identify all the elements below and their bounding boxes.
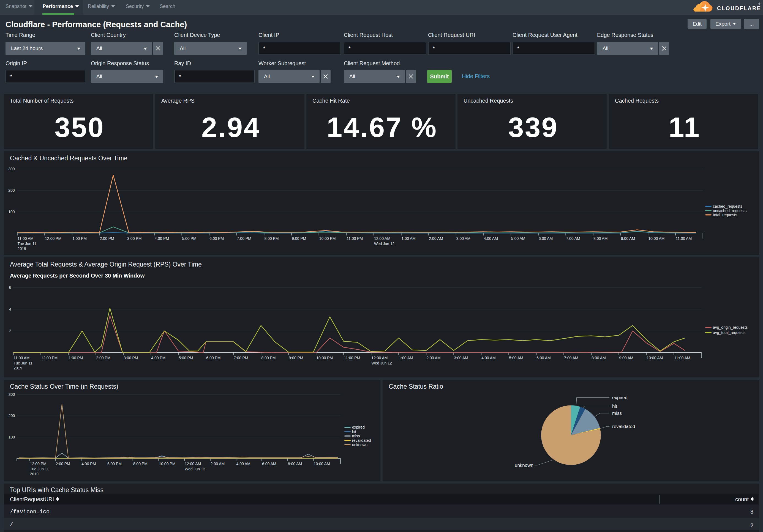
svg-text:3:00 PM: 3:00 PM bbox=[127, 236, 142, 241]
svg-text:Wed Jun 12: Wed Jun 12 bbox=[374, 241, 395, 246]
svg-text:avg_total_requests: avg_total_requests bbox=[713, 330, 745, 335]
svg-text:200: 200 bbox=[9, 413, 15, 418]
svg-text:100: 100 bbox=[8, 210, 15, 214]
svg-text:7:00 AM: 7:00 AM bbox=[566, 236, 580, 241]
svg-text:2019: 2019 bbox=[30, 472, 39, 476]
svg-text:1:00 PM: 1:00 PM bbox=[68, 356, 83, 360]
svg-text:300: 300 bbox=[8, 167, 15, 171]
svg-text:5:00 AM: 5:00 AM bbox=[511, 236, 525, 241]
svg-text:12:00 PM: 12:00 PM bbox=[41, 356, 57, 360]
svg-text:CLOUDFLARE: CLOUDFLARE bbox=[717, 5, 761, 11]
svg-text:10:00 PM: 10:00 PM bbox=[159, 462, 175, 466]
svg-text:2:00 AM: 2:00 AM bbox=[211, 462, 225, 466]
svg-text:4: 4 bbox=[9, 307, 11, 311]
svg-text:8:00 AM: 8:00 AM bbox=[594, 236, 607, 241]
svg-text:11:00 AM: 11:00 AM bbox=[18, 236, 34, 241]
svg-text:4:00 PM: 4:00 PM bbox=[81, 462, 96, 466]
svg-text:total_requests: total_requests bbox=[713, 213, 737, 217]
svg-text:8:00 AM: 8:00 AM bbox=[592, 356, 605, 360]
svg-text:unknown: unknown bbox=[515, 463, 533, 468]
svg-text:revalidated: revalidated bbox=[612, 424, 635, 429]
svg-text:expired: expired bbox=[352, 425, 365, 429]
svg-text:hit: hit bbox=[352, 429, 356, 434]
svg-text:10:00 AM: 10:00 AM bbox=[314, 462, 330, 466]
svg-text:11:00 PM: 11:00 PM bbox=[347, 236, 363, 241]
svg-text:Wed Jun 12: Wed Jun 12 bbox=[185, 467, 205, 471]
svg-text:8:00 AM: 8:00 AM bbox=[288, 462, 302, 466]
svg-text:8:00 PM: 8:00 PM bbox=[261, 356, 275, 360]
svg-text:7:00 PM: 7:00 PM bbox=[234, 356, 248, 360]
svg-text:9:00 AM: 9:00 AM bbox=[619, 356, 633, 360]
svg-text:2019: 2019 bbox=[14, 366, 22, 370]
svg-text:avg_origin_requests: avg_origin_requests bbox=[713, 325, 748, 329]
svg-text:2: 2 bbox=[9, 329, 11, 333]
svg-text:9:00 AM: 9:00 AM bbox=[621, 236, 635, 241]
svg-text:10:00 AM: 10:00 AM bbox=[648, 236, 664, 241]
svg-text:4:00 PM: 4:00 PM bbox=[151, 356, 165, 360]
svg-text:unknown: unknown bbox=[352, 443, 368, 447]
svg-text:12:00 AM: 12:00 AM bbox=[185, 462, 201, 466]
svg-text:12:00 PM: 12:00 PM bbox=[45, 236, 61, 241]
svg-text:2:00 AM: 2:00 AM bbox=[426, 356, 440, 360]
svg-text:5:00 PM: 5:00 PM bbox=[179, 356, 193, 360]
svg-text:3:00 AM: 3:00 AM bbox=[456, 236, 471, 241]
svg-text:3:00 PM: 3:00 PM bbox=[124, 356, 138, 360]
svg-text:12:00 AM: 12:00 AM bbox=[371, 356, 387, 360]
svg-text:11:00 PM: 11:00 PM bbox=[344, 356, 360, 360]
svg-text:cached_requests: cached_requests bbox=[713, 204, 742, 209]
svg-text:4:00 AM: 4:00 AM bbox=[482, 356, 495, 360]
svg-text:hit: hit bbox=[612, 403, 617, 409]
svg-text:10:00 PM: 10:00 PM bbox=[316, 356, 333, 360]
svg-text:2:00 PM: 2:00 PM bbox=[100, 236, 114, 241]
svg-text:11:00 AM: 11:00 AM bbox=[674, 356, 690, 360]
svg-text:6: 6 bbox=[9, 285, 11, 290]
svg-text:11:00 AM: 11:00 AM bbox=[676, 236, 692, 241]
svg-text:miss: miss bbox=[612, 411, 622, 416]
svg-text:12:00 PM: 12:00 PM bbox=[30, 462, 47, 466]
svg-text:100: 100 bbox=[9, 435, 15, 439]
svg-text:2:00 PM: 2:00 PM bbox=[56, 462, 70, 466]
svg-text:6:00 PM: 6:00 PM bbox=[206, 356, 220, 360]
svg-text:8:00 PM: 8:00 PM bbox=[133, 462, 148, 466]
svg-text:5:00 AM: 5:00 AM bbox=[509, 356, 523, 360]
svg-text:6:00 PM: 6:00 PM bbox=[209, 236, 224, 241]
svg-text:7:00 PM: 7:00 PM bbox=[237, 236, 251, 241]
svg-text:6:00 AM: 6:00 AM bbox=[262, 462, 276, 466]
svg-text:6:00 AM: 6:00 AM bbox=[536, 356, 551, 360]
svg-text:4:00 AM: 4:00 AM bbox=[236, 462, 251, 466]
svg-text:1:00 AM: 1:00 AM bbox=[401, 236, 416, 241]
svg-text:7:00 AM: 7:00 AM bbox=[564, 356, 578, 360]
svg-text:6:00 PM: 6:00 PM bbox=[107, 462, 122, 466]
svg-text:10:00 AM: 10:00 AM bbox=[647, 356, 663, 360]
svg-text:2:00 AM: 2:00 AM bbox=[429, 236, 443, 241]
svg-text:2:00 PM: 2:00 PM bbox=[96, 356, 110, 360]
svg-text:uncached_requests: uncached_requests bbox=[713, 209, 746, 213]
svg-text:Tue Jun 11: Tue Jun 11 bbox=[18, 241, 37, 246]
svg-text:expired: expired bbox=[612, 395, 627, 400]
svg-text:1:00 PM: 1:00 PM bbox=[72, 236, 87, 241]
svg-text:2019: 2019 bbox=[18, 246, 26, 251]
svg-text:300: 300 bbox=[9, 392, 15, 397]
svg-text:5:00 PM: 5:00 PM bbox=[182, 236, 196, 241]
svg-text:Tue Jun 11: Tue Jun 11 bbox=[14, 361, 33, 365]
svg-text:10:00 PM: 10:00 PM bbox=[319, 236, 336, 241]
svg-text:®: ® bbox=[758, 2, 761, 5]
svg-text:revalidated: revalidated bbox=[352, 438, 371, 443]
svg-text:11:00 AM: 11:00 AM bbox=[14, 356, 30, 360]
svg-text:6:00 AM: 6:00 AM bbox=[539, 236, 553, 241]
svg-text:4:00 PM: 4:00 PM bbox=[155, 236, 169, 241]
svg-text:8:00 PM: 8:00 PM bbox=[264, 236, 278, 241]
svg-text:12:00 AM: 12:00 AM bbox=[374, 236, 390, 241]
svg-text:Wed Jun 12: Wed Jun 12 bbox=[371, 361, 392, 365]
svg-text:3:00 AM: 3:00 AM bbox=[454, 356, 468, 360]
svg-text:4:00 AM: 4:00 AM bbox=[484, 236, 498, 241]
svg-text:9:00 PM: 9:00 PM bbox=[289, 356, 303, 360]
svg-text:1:00 AM: 1:00 AM bbox=[399, 356, 413, 360]
svg-text:miss: miss bbox=[352, 434, 360, 438]
svg-text:9:00 PM: 9:00 PM bbox=[292, 236, 306, 241]
svg-text:Tue Jun 11: Tue Jun 11 bbox=[30, 467, 49, 471]
svg-text:200: 200 bbox=[8, 188, 15, 193]
